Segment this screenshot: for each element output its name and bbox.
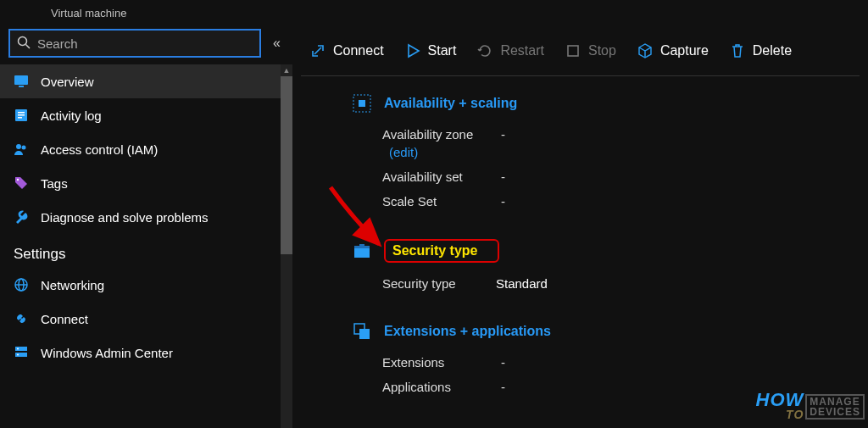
svg-line-1 — [26, 44, 31, 48]
extensions-val: - — [496, 355, 505, 370]
page-subtitle: Virtual machine — [51, 7, 126, 19]
sidebar-item-label: Networking — [41, 278, 104, 292]
security-type-val: Standard — [496, 276, 548, 291]
sidebar: « Overview Activity log Access control (… — [0, 25, 292, 428]
search-icon — [17, 36, 31, 52]
connect-button[interactable]: Connect — [309, 42, 384, 59]
sidebar-item-activity-log[interactable]: Activity log — [0, 98, 292, 132]
svg-rect-20 — [359, 100, 365, 107]
security-icon — [352, 241, 372, 261]
scale-set-val: - — [496, 194, 505, 208]
play-icon — [404, 42, 421, 59]
sidebar-section-settings: Settings — [0, 234, 292, 268]
start-button[interactable]: Start — [404, 42, 457, 59]
applications-val: - — [496, 380, 505, 394]
svg-rect-6 — [18, 114, 25, 116]
search-box[interactable] — [8, 29, 261, 58]
availability-title: Availability + scaling — [384, 96, 517, 111]
sidebar-item-overview[interactable]: Overview — [0, 64, 292, 98]
sidebar-item-wac[interactable]: Windows Admin Center — [0, 336, 292, 370]
people-icon — [14, 142, 29, 157]
sidebar-item-label: Access control (IAM) — [41, 142, 158, 157]
start-label: Start — [428, 43, 457, 58]
applications-key: Applications — [352, 380, 496, 394]
section-extensions: Extensions + applications Extensions - A… — [352, 321, 860, 399]
svg-point-10 — [17, 179, 19, 181]
extensions-icon — [352, 321, 372, 342]
log-icon — [14, 108, 29, 123]
availability-zone-key: Availability zone — [352, 127, 496, 142]
delete-label: Delete — [753, 43, 792, 58]
restart-button[interactable]: Restart — [476, 42, 544, 59]
delete-button[interactable]: Delete — [729, 42, 792, 59]
section-security: Security type Security type Standard — [352, 239, 860, 296]
svg-point-17 — [17, 354, 19, 356]
stop-icon — [565, 42, 581, 59]
svg-rect-2 — [14, 75, 28, 85]
tag-icon — [14, 175, 29, 191]
server-icon — [14, 345, 29, 360]
sidebar-item-label: Tags — [41, 176, 68, 191]
svg-point-9 — [22, 146, 26, 150]
svg-rect-23 — [359, 244, 364, 247]
connect-label: Connect — [333, 43, 384, 58]
sidebar-item-label: Diagnose and solve problems — [41, 210, 209, 225]
svg-point-0 — [19, 36, 27, 45]
sidebar-item-label: Connect — [41, 312, 88, 326]
security-title: Security type — [384, 239, 499, 263]
availability-set-key: Availability set — [352, 170, 496, 184]
search-input[interactable] — [37, 36, 253, 51]
stop-label: Stop — [588, 43, 616, 58]
security-type-key: Security type — [352, 276, 496, 291]
svg-rect-25 — [359, 329, 370, 339]
sidebar-item-access-control[interactable]: Access control (IAM) — [0, 132, 292, 166]
svg-rect-18 — [568, 46, 578, 56]
connect-icon — [309, 42, 326, 59]
scale-set-key: Scale Set — [352, 194, 496, 208]
main-panel: Connect Start Restart Stop — [292, 25, 868, 428]
toolbar: Connect Start Restart Stop — [301, 25, 860, 76]
sidebar-item-tags[interactable]: Tags — [0, 166, 292, 200]
sidebar-item-label: Activity log — [41, 108, 102, 123]
availability-zone-val: - — [496, 127, 505, 142]
availability-icon — [352, 93, 372, 114]
capture-label: Capture — [660, 43, 709, 58]
sidebar-item-label: Windows Admin Center — [41, 346, 173, 360]
svg-point-16 — [17, 348, 19, 350]
scroll-up-icon[interactable]: ▲ — [281, 64, 292, 76]
availability-zone-edit-link[interactable]: (edit) — [352, 145, 860, 159]
sidebar-item-connect[interactable]: Connect — [0, 302, 292, 336]
svg-rect-21 — [354, 247, 370, 258]
sidebar-scrollbar[interactable]: ▲ — [281, 64, 292, 428]
collapse-sidebar-icon[interactable]: « — [270, 32, 284, 54]
wrench-icon — [14, 209, 29, 225]
restart-icon — [476, 42, 493, 59]
watermark: HOW TO MANAGE DEVICES — [756, 392, 865, 421]
globe-icon — [14, 277, 29, 292]
trash-icon — [729, 42, 746, 59]
availability-set-val: - — [496, 170, 505, 184]
sidebar-item-diagnose[interactable]: Diagnose and solve problems — [0, 200, 292, 234]
extensions-key: Extensions — [352, 355, 496, 370]
svg-rect-7 — [18, 117, 22, 119]
stop-button[interactable]: Stop — [565, 42, 616, 59]
extensions-title: Extensions + applications — [384, 324, 551, 339]
sidebar-item-label: Overview — [41, 75, 94, 89]
capture-button[interactable]: Capture — [637, 42, 709, 59]
section-availability: Availability + scaling Availability zone… — [352, 93, 860, 214]
svg-point-8 — [16, 144, 21, 149]
restart-label: Restart — [500, 43, 544, 58]
svg-rect-5 — [18, 112, 25, 114]
scrollbar-thumb[interactable] — [281, 76, 292, 254]
capture-icon — [637, 42, 654, 59]
sidebar-item-networking[interactable]: Networking — [0, 268, 292, 302]
connect-icon — [14, 311, 29, 326]
svg-rect-3 — [19, 86, 24, 87]
vm-icon — [14, 74, 29, 89]
